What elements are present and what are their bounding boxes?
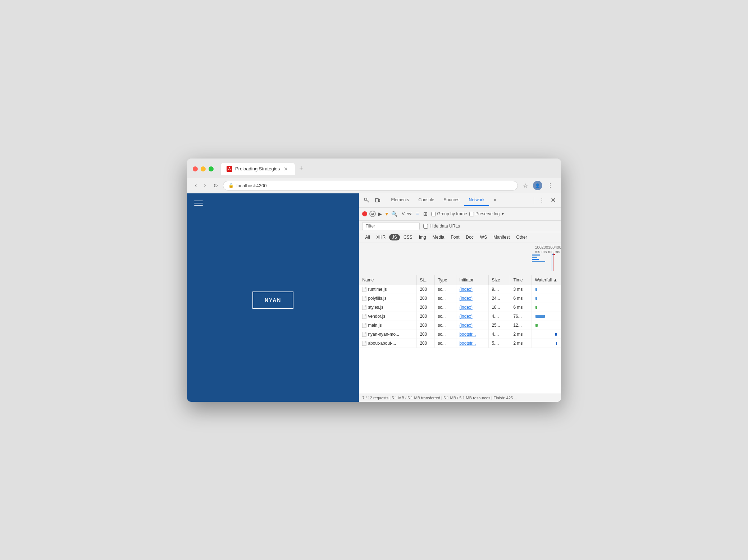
file-icon	[362, 305, 366, 310]
filter-xhr[interactable]: XHR	[374, 234, 388, 240]
cell-waterfall	[532, 294, 561, 303]
svg-rect-2	[378, 199, 380, 202]
active-tab[interactable]: A Preloading Strategies ✕	[221, 163, 295, 175]
forward-button[interactable]: ›	[202, 181, 208, 190]
table-row[interactable]: polyfills.js 200 sc... (index) 24... 6 m…	[359, 294, 561, 303]
hide-data-urls-checkbox[interactable]: Hide data URLs	[423, 224, 460, 229]
record-button[interactable]	[362, 211, 367, 216]
waterfall-bar	[556, 342, 557, 345]
preserve-log-checkbox[interactable]: Preserve log	[469, 211, 500, 216]
filter-all[interactable]: All	[362, 234, 373, 240]
tab-elements[interactable]: Elements	[387, 194, 413, 206]
browser-window: A Preloading Strategies ✕ + ‹ › ↻ 🔒 loca…	[187, 159, 561, 402]
cell-size: 25...	[489, 321, 510, 330]
devtools-area: Elements Console Sources Network » ⋮ ✕ ⊘…	[359, 193, 561, 402]
red-timing-line	[553, 253, 553, 271]
blue-timing-line	[552, 253, 552, 271]
cell-name: runtime.js	[359, 285, 417, 294]
filter-input[interactable]	[365, 224, 416, 229]
address-input-wrap[interactable]: 🔒 localhost:4200	[223, 181, 518, 191]
hamburger-menu-button[interactable]	[194, 201, 204, 206]
filter-other[interactable]: Other	[514, 234, 530, 240]
cell-status: 200	[417, 339, 435, 348]
table-row[interactable]: styles.js 200 sc... (index) 18... 6 ms	[359, 303, 561, 312]
profile-avatar: 👤	[533, 181, 542, 190]
devtools-header: Elements Console Sources Network » ⋮ ✕	[359, 193, 561, 208]
filter-font[interactable]: Font	[448, 234, 462, 240]
hide-data-urls-label: Hide data URLs	[429, 224, 460, 229]
file-icon	[362, 296, 366, 301]
back-button[interactable]: ‹	[193, 181, 199, 190]
minimize-window-button[interactable]	[201, 166, 206, 171]
filter-js[interactable]: JS	[389, 234, 400, 240]
cell-time: 2 ms	[510, 330, 532, 339]
nyan-button[interactable]: NYAN	[252, 292, 293, 309]
view-group-button[interactable]: ⊞	[422, 210, 429, 217]
cell-status: 200	[417, 294, 435, 303]
tab-close-button[interactable]: ✕	[283, 166, 289, 172]
devtools-tabs: Elements Console Sources Network »	[387, 194, 531, 206]
devtools-inspect-button[interactable]	[362, 196, 371, 204]
waterfall-timeline-header: 100 ms 200 ms 300 ms 400 ms 500 ms	[359, 243, 561, 275]
tab-console[interactable]: Console	[414, 194, 438, 206]
cell-time: 76...	[510, 312, 532, 321]
cell-time: 2 ms	[510, 339, 532, 348]
waterfall-bar-wrap	[535, 342, 558, 345]
browser-tabs: A Preloading Strategies ✕ +	[221, 163, 555, 175]
waterfall-bar	[535, 306, 537, 309]
filter-img[interactable]: Img	[416, 234, 429, 240]
filter-row: Hide data URLs	[359, 221, 561, 232]
filter-media[interactable]: Media	[430, 234, 447, 240]
cell-name: main.js	[359, 321, 417, 330]
table-row[interactable]: runtime.js 200 sc... (index) 9.... 3 ms	[359, 285, 561, 294]
group-by-frame-checkbox[interactable]: Group by frame	[431, 211, 467, 216]
file-icon	[362, 323, 366, 328]
devtools-close-button[interactable]: ✕	[548, 195, 558, 206]
filter-ws[interactable]: WS	[477, 234, 490, 240]
stop-button[interactable]: ⊘	[369, 211, 376, 217]
table-row[interactable]: nyan-nyan-mo... 200 sc... bootstr... 4..…	[359, 330, 561, 339]
cell-waterfall	[532, 321, 561, 330]
waterfall-bar-wrap	[535, 315, 558, 318]
view-list-button[interactable]: ≡	[414, 210, 420, 217]
cell-size: 4....	[489, 312, 510, 321]
svg-rect-0	[365, 198, 367, 200]
table-row[interactable]: main.js 200 sc... (index) 25... 12...	[359, 321, 561, 330]
new-tab-button[interactable]: +	[296, 163, 306, 174]
search-button[interactable]: 🔍	[391, 211, 397, 217]
waterfall-bar-wrap	[535, 297, 558, 300]
cell-name: vendor.js	[359, 312, 417, 321]
close-window-button[interactable]	[193, 166, 198, 171]
filter-manifest[interactable]: Manifest	[491, 234, 512, 240]
table-header: Name St... Type Initiator Size Time Wate…	[359, 275, 561, 285]
cell-size: 24...	[489, 294, 510, 303]
devtools-device-button[interactable]	[373, 196, 382, 204]
filter-input-wrap[interactable]	[362, 222, 420, 230]
screenshot-button[interactable]: ▶	[378, 211, 382, 217]
table-row[interactable]: vendor.js 200 sc... (index) 4.... 76...	[359, 312, 561, 321]
filter-doc[interactable]: Doc	[463, 234, 476, 240]
cell-type: sc...	[435, 321, 456, 330]
th-status: St...	[417, 275, 435, 285]
filter-button[interactable]: ▼	[384, 211, 389, 217]
cell-size: 4....	[489, 330, 510, 339]
devtools-options-button[interactable]: ⋮	[537, 196, 547, 205]
tab-network[interactable]: Network	[464, 194, 489, 206]
preserve-log-input[interactable]	[469, 212, 474, 216]
cell-initiator: (index)	[456, 312, 489, 321]
cell-type: sc...	[435, 339, 456, 348]
toolbar-expand-button[interactable]: ▾	[502, 211, 504, 216]
tab-more[interactable]: »	[490, 194, 501, 206]
table-row[interactable]: about-about-... 200 sc... bootstr... 5..…	[359, 339, 561, 348]
tab-sources[interactable]: Sources	[439, 194, 464, 206]
timeline-label-300: 300 ms	[548, 245, 555, 254]
cell-time: 3 ms	[510, 285, 532, 294]
browser-menu-button[interactable]: ⋮	[545, 181, 555, 191]
maximize-window-button[interactable]	[209, 166, 214, 171]
bookmark-button[interactable]: ☆	[521, 181, 530, 191]
hide-data-urls-input[interactable]	[423, 224, 428, 229]
filter-css[interactable]: CSS	[401, 234, 415, 240]
group-by-frame-input[interactable]	[431, 212, 436, 216]
waterfall-bar-wrap	[535, 288, 558, 291]
reload-button[interactable]: ↻	[211, 181, 220, 191]
